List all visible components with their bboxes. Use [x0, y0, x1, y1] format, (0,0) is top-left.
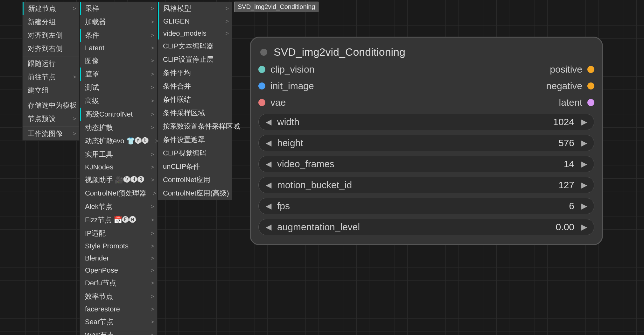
- menu-item-label: 条件设置遮罩: [163, 135, 205, 145]
- menu-item[interactable]: facerestore>: [80, 303, 157, 315]
- menu-item[interactable]: ControlNet应用: [158, 173, 232, 187]
- menu-item[interactable]: IP适配>: [80, 227, 157, 240]
- menu-item[interactable]: 遮罩>: [80, 68, 157, 81]
- menu-item[interactable]: 条件>: [80, 29, 157, 42]
- menu-item[interactable]: 高级>: [80, 94, 157, 108]
- menu-item-label: 条件联结: [163, 95, 191, 104]
- menu-item[interactable]: 视频助手 🎥🅥🅗🅢>: [80, 173, 157, 187]
- number-widget[interactable]: ◀height576▶: [258, 135, 594, 151]
- menu-item[interactable]: 动态扩散evo 👕🅐🅓>: [80, 134, 157, 148]
- menu-item[interactable]: Sear节点>: [80, 315, 157, 329]
- widget-value[interactable]: 6: [569, 201, 574, 211]
- decrement-icon[interactable]: ◀: [266, 223, 271, 232]
- menu-item[interactable]: video_models>: [158, 27, 232, 39]
- menu-item[interactable]: 风格模型>: [158, 2, 232, 15]
- number-widget[interactable]: ◀fps6▶: [258, 198, 594, 214]
- increment-icon[interactable]: ▶: [581, 118, 587, 126]
- menu-item[interactable]: 测试>: [80, 81, 157, 94]
- chevron-right-icon: >: [150, 5, 154, 12]
- menu-item[interactable]: ControlNet预处理器>: [80, 187, 157, 200]
- port-dot-icon[interactable]: [587, 82, 594, 89]
- input-port[interactable]: vae: [258, 97, 314, 108]
- menu-item[interactable]: Latent>: [80, 42, 157, 54]
- input-port[interactable]: init_image: [258, 81, 314, 91]
- decrement-icon[interactable]: ◀: [266, 181, 271, 189]
- menu-item[interactable]: ControlNet应用(高级): [158, 187, 232, 200]
- input-port[interactable]: clip_vision: [258, 64, 314, 75]
- menu-item[interactable]: 对齐到左侧: [23, 29, 79, 42]
- menu-item[interactable]: Alek节点>: [80, 200, 157, 213]
- increment-icon[interactable]: ▶: [581, 223, 587, 232]
- port-dot-icon[interactable]: [258, 66, 265, 73]
- menu-item[interactable]: Fizz节点 📅🅕🅝>: [80, 213, 157, 227]
- node-header[interactable]: SVD_img2vid_Conditioning: [251, 43, 602, 64]
- menu-item-label: OpenPose: [85, 266, 118, 274]
- menu-item[interactable]: 新建节点>: [23, 2, 79, 15]
- menu-item[interactable]: 工作流图像>: [23, 127, 79, 140]
- menu-item[interactable]: WAS节点>: [80, 329, 157, 335]
- widget-value[interactable]: 127: [558, 180, 574, 190]
- menu-item[interactable]: Derfu节点>: [80, 276, 157, 290]
- widget-value[interactable]: 14: [564, 159, 574, 169]
- menu-item[interactable]: 节点预设>: [23, 112, 79, 125]
- menu-item[interactable]: 动态扩散>: [80, 121, 157, 134]
- increment-icon[interactable]: ▶: [581, 202, 587, 210]
- increment-icon[interactable]: ▶: [581, 181, 587, 189]
- menu-item[interactable]: 前往节点>: [23, 70, 79, 84]
- decrement-icon[interactable]: ◀: [266, 118, 271, 126]
- menu-item[interactable]: 加载器>: [80, 15, 157, 29]
- menu-item[interactable]: 实用工具>: [80, 148, 157, 161]
- menu-item[interactable]: CLIP视觉编码: [158, 146, 232, 160]
- node-collapse-dot[interactable]: [260, 49, 267, 56]
- port-label: negative: [546, 81, 582, 91]
- decrement-icon[interactable]: ◀: [266, 202, 271, 210]
- widget-value[interactable]: 576: [558, 138, 574, 148]
- menu-item[interactable]: GLIGEN>: [158, 15, 232, 27]
- port-dot-icon[interactable]: [258, 82, 265, 89]
- menu-item[interactable]: 效率节点>: [80, 290, 157, 303]
- menu-item[interactable]: Style Prompts>: [80, 240, 157, 252]
- port-dot-icon[interactable]: [587, 99, 594, 106]
- port-dot-icon[interactable]: [258, 99, 265, 106]
- menu-item[interactable]: 图像>: [80, 54, 157, 68]
- output-port[interactable]: negative: [546, 81, 594, 91]
- output-port[interactable]: positive: [546, 64, 594, 75]
- number-widget[interactable]: ◀width1024▶: [258, 114, 594, 130]
- increment-icon[interactable]: ▶: [581, 160, 587, 168]
- menu-item[interactable]: CLIP设置停止层: [158, 53, 232, 66]
- menu-item-label: 动态扩散: [85, 123, 113, 132]
- decrement-icon[interactable]: ◀: [266, 160, 271, 168]
- widget-value[interactable]: 0.00: [556, 222, 574, 232]
- number-widget[interactable]: ◀video_frames14▶: [258, 156, 594, 172]
- widget-value[interactable]: 1024: [553, 117, 574, 127]
- menu-item[interactable]: 按系数设置条件采样区域: [158, 120, 232, 133]
- menu-item[interactable]: 对齐到右侧: [23, 42, 79, 55]
- menu-item[interactable]: Blender>: [80, 252, 157, 264]
- menu-item[interactable]: 存储选中为模板: [23, 99, 79, 112]
- menu-item[interactable]: OpenPose>: [80, 264, 157, 276]
- output-port[interactable]: latent: [546, 97, 594, 108]
- menu-item[interactable]: KJNodes>: [80, 161, 157, 173]
- menu-item-label: 对齐到右侧: [28, 44, 63, 53]
- menu-item[interactable]: 条件合并: [158, 80, 232, 93]
- menu-item[interactable]: unCLIP条件: [158, 160, 232, 173]
- menu-item[interactable]: 条件联结: [158, 93, 232, 106]
- menu-item[interactable]: 新建分组: [23, 15, 79, 29]
- menu-item[interactable]: 条件平均: [158, 66, 232, 80]
- number-widget[interactable]: ◀augmentation_level0.00▶: [258, 219, 594, 235]
- menu-item[interactable]: 条件采样区域: [158, 106, 232, 120]
- port-dot-icon[interactable]: [587, 66, 594, 73]
- chevron-right-icon: >: [150, 217, 154, 224]
- node-svd-conditioning[interactable]: SVD_img2vid_Conditioning clip_visioninit…: [250, 37, 603, 245]
- number-widget[interactable]: ◀motion_bucket_id127▶: [258, 177, 594, 193]
- menu-item[interactable]: 建立组: [23, 84, 79, 97]
- menu-item[interactable]: CLIP文本编码器: [158, 39, 232, 53]
- decrement-icon[interactable]: ◀: [266, 139, 271, 147]
- menu-item[interactable]: 高级ControlNet>: [80, 108, 157, 121]
- increment-icon[interactable]: ▶: [581, 139, 587, 147]
- menu-item[interactable]: 采样>: [80, 2, 157, 15]
- context-menu-final-item[interactable]: SVD_img2vid_Conditioning: [234, 2, 318, 12]
- menu-item-label: ControlNet应用: [163, 175, 210, 185]
- menu-item[interactable]: 跟随运行: [23, 57, 79, 70]
- menu-item[interactable]: 条件设置遮罩: [158, 133, 232, 146]
